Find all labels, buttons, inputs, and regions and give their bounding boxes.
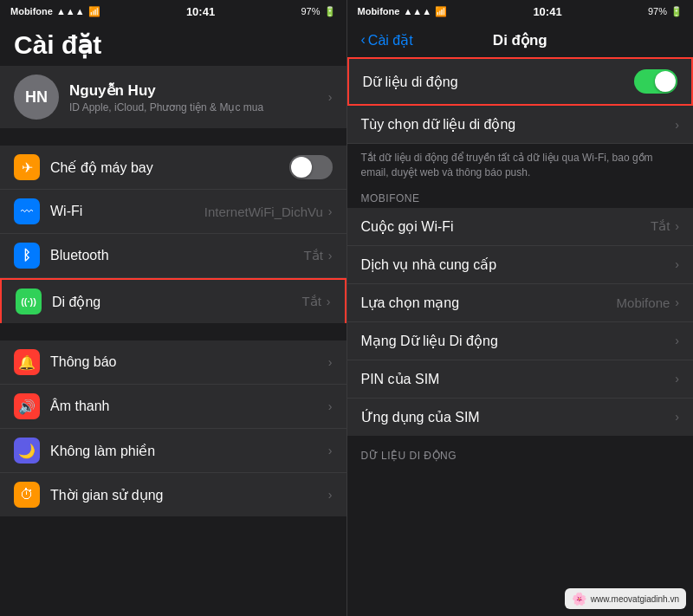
- provider-service-item[interactable]: Dịch vụ nhà cung cấp ›: [347, 246, 694, 284]
- right-content: Dữ liệu di động Tùy chọn dữ liệu di động…: [347, 57, 694, 616]
- settings-title: Cài đặt: [14, 29, 333, 61]
- cellular-chevron: ›: [327, 295, 331, 308]
- mobile-data-network-label: Mạng Dữ liệu Di động: [361, 333, 676, 349]
- right-panel: Mobifone ▲▲▲ 📶 10:41 97% 🔋 ‹ Cài đặt Di …: [347, 0, 694, 616]
- mobifone-items-group: Cuộc gọi Wi-Fi Tắt › Dịch vụ nhà cung cấ…: [347, 208, 694, 436]
- carrier-text: Mobifone: [10, 6, 53, 16]
- left-panel: Mobifone ▲▲▲ 📶 10:41 97% 🔋 Cài đặt HN Ng…: [0, 0, 346, 616]
- mobile-data-options-chevron: ›: [675, 118, 679, 132]
- right-nav: ‹ Cài đặt Di động: [347, 23, 694, 57]
- sim-pin-item[interactable]: PIN của SIM ›: [347, 360, 694, 399]
- avatar: HN: [14, 75, 59, 120]
- sim-pin-chevron: ›: [675, 372, 679, 386]
- notifications-label: Thông báo: [50, 354, 328, 370]
- right-battery-pct: 97%: [648, 6, 667, 16]
- wifi-calling-chevron: ›: [675, 219, 679, 233]
- sounds-item[interactable]: 🔊 Âm thanh ›: [0, 385, 346, 429]
- focus-icon: 🌙: [14, 438, 40, 464]
- profile-subtitle: ID Apple, iCloud, Phương tiện & Mục mua: [69, 101, 328, 113]
- bluetooth-chevron: ›: [328, 249, 333, 263]
- wifi-calling-label: Cuộc gọi Wi-Fi: [361, 218, 651, 235]
- cellular-icon: ((·)): [16, 289, 42, 314]
- profile-row[interactable]: HN Nguyễn Huy ID Apple, iCloud, Phương t…: [0, 66, 346, 128]
- network-selection-label: Lựa chọn mạng: [361, 295, 617, 311]
- battery-icon: 🔋: [324, 6, 336, 17]
- wifi-chevron: ›: [328, 204, 333, 218]
- mobile-data-description: Tắt dữ liệu di động để truyền tất cả dữ …: [347, 144, 694, 187]
- right-carrier-text: Mobifone: [358, 6, 400, 16]
- notifications-chevron: ›: [328, 355, 333, 369]
- mobile-data-toggle[interactable]: [634, 69, 677, 94]
- airplane-toggle-knob: [291, 157, 312, 178]
- right-nav-title: Di động: [413, 31, 627, 49]
- battery-percentage: 97%: [301, 6, 320, 16]
- sounds-label: Âm thanh: [50, 399, 328, 414]
- bluetooth-item[interactable]: ᛒ Bluetooth Tắt ›: [0, 234, 346, 278]
- screentime-item[interactable]: ⏱ Thời gian sử dụng ›: [0, 473, 346, 516]
- right-status-right: 97% 🔋: [648, 6, 683, 17]
- left-title-area: Cài đặt: [0, 23, 346, 66]
- network-settings-group: ✈ Chế độ máy bay 〰 Wi-Fi InternetWiFi_Di…: [0, 146, 346, 323]
- bluetooth-icon: ᛒ: [14, 243, 40, 269]
- airplane-icon: ✈: [14, 154, 40, 180]
- left-status-bar: Mobifone ▲▲▲ 📶 10:41 97% 🔋: [0, 0, 346, 23]
- network-selection-item[interactable]: Lựa chọn mạng Mobifone ›: [347, 284, 694, 322]
- data-section-header: DỮ LIỆU DI ĐỘNG: [347, 436, 694, 467]
- airplane-label: Chế độ máy bay: [50, 159, 289, 176]
- provider-service-label: Dịch vụ nhà cung cấp: [361, 256, 676, 273]
- signal-icon: ▲▲▲: [56, 6, 85, 16]
- notifications-item[interactable]: 🔔 Thông báo ›: [0, 340, 346, 385]
- screentime-icon: ⏱: [14, 482, 40, 508]
- misc-settings-group: 🔔 Thông báo › 🔊 Âm thanh › 🌙 Không làm p…: [0, 340, 346, 516]
- mobile-data-network-item[interactable]: Mạng Dữ liệu Di động ›: [347, 322, 694, 360]
- mobile-data-toggle-knob: [655, 71, 676, 92]
- sounds-icon: 🔊: [14, 393, 40, 419]
- sim-app-label: Ứng dụng của SIM: [361, 409, 676, 425]
- sim-app-item[interactable]: Ứng dụng của SIM ›: [347, 399, 694, 436]
- watermark: 🌸 www.meovatgiadinh.vn: [565, 588, 686, 609]
- mobile-data-item[interactable]: Dữ liệu di động: [349, 59, 692, 104]
- mobile-data-options-label: Tùy chọn dữ liệu di động: [361, 116, 676, 133]
- left-status-right: 97% 🔋: [301, 6, 335, 17]
- sounds-chevron: ›: [328, 399, 333, 413]
- airplane-mode-item[interactable]: ✈ Chế độ máy bay: [0, 146, 346, 190]
- screentime-chevron: ›: [328, 488, 333, 502]
- bluetooth-label: Bluetooth: [50, 248, 303, 263]
- screentime-label: Thời gian sử dụng: [50, 487, 328, 503]
- wifi-calling-value: Tắt: [651, 218, 670, 234]
- back-chevron-icon: ‹: [361, 32, 366, 48]
- network-selection-chevron: ›: [675, 295, 679, 309]
- wifi-calling-item[interactable]: Cuộc gọi Wi-Fi Tắt ›: [347, 208, 694, 246]
- sim-app-chevron: ›: [675, 410, 679, 424]
- watermark-logo: 🌸: [572, 592, 586, 606]
- wifi-value: InternetWiFi_DichVu: [204, 204, 323, 219]
- mobile-data-network-chevron: ›: [675, 334, 679, 347]
- focus-item[interactable]: 🌙 Không làm phiền ›: [0, 429, 346, 473]
- profile-info: Nguyễn Huy ID Apple, iCloud, Phương tiện…: [69, 81, 328, 113]
- wifi-item[interactable]: 〰 Wi-Fi InternetWiFi_DichVu ›: [0, 190, 346, 234]
- mobile-data-label: Dữ liệu di động: [363, 74, 635, 90]
- mobifone-section-header: MOBIFONE: [347, 187, 694, 208]
- wifi-label: Wi-Fi: [50, 204, 204, 219]
- back-button[interactable]: ‹ Cài đặt: [361, 32, 413, 49]
- left-time: 10:41: [186, 5, 215, 18]
- focus-chevron: ›: [328, 444, 333, 457]
- cellular-value: Tắt: [301, 294, 321, 309]
- watermark-text: www.meovatgiadinh.vn: [591, 594, 679, 604]
- cellular-item[interactable]: ((·)) Di động Tắt ›: [0, 278, 346, 323]
- provider-service-chevron: ›: [675, 257, 679, 271]
- left-carrier: Mobifone ▲▲▲ 📶: [10, 6, 100, 17]
- wifi-icon: 〰: [14, 198, 40, 224]
- mobile-data-section: Dữ liệu di động: [347, 57, 694, 106]
- right-time: 10:41: [533, 5, 561, 18]
- mobile-data-options-item[interactable]: Tùy chọn dữ liệu di động ›: [347, 106, 694, 144]
- sim-pin-label: PIN của SIM: [361, 371, 676, 387]
- airplane-toggle[interactable]: [289, 155, 333, 179]
- right-signal-icon: ▲▲▲: [403, 6, 431, 16]
- cellular-label: Di động: [52, 294, 301, 310]
- back-label: Cài đặt: [368, 32, 413, 49]
- profile-chevron: ›: [328, 90, 333, 104]
- bluetooth-value: Tắt: [303, 248, 322, 263]
- right-wifi-icon: 📶: [435, 6, 447, 17]
- notifications-icon: 🔔: [14, 349, 40, 375]
